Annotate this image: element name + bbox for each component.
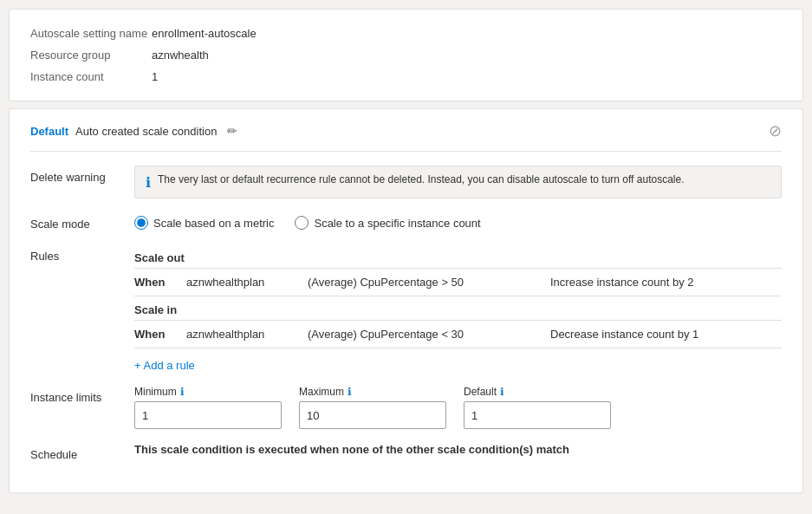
rules-label: Rules [30,244,134,263]
autoscale-name-label: Autoscale setting name [30,27,152,40]
default-info-icon: ℹ [500,386,504,398]
autoscale-info-card: Autoscale setting name enrollment-autosc… [9,9,803,101]
scale-mode-label: Scale mode [30,212,134,231]
scale-condition-title: Auto created scale condition [75,125,217,138]
scale-out-header-cell: Scale out [134,244,782,269]
delete-warning-row: Delete warning ℹ The very last or defaul… [30,166,782,198]
default-input[interactable] [464,401,611,429]
radio-metric-input[interactable] [134,216,148,230]
scale-mode-options: Scale based on a metric Scale to a speci… [134,212,782,230]
radio-specific-label: Scale to a specific instance count [314,217,480,230]
scale-in-header-cell: Scale in [134,296,782,321]
warning-text: The very last or default recurrence rule… [158,173,684,185]
warning-banner-content: ℹ The very last or default recurrence ru… [134,166,782,198]
instance-count-label: Instance count [30,70,152,83]
instance-limits-row: Instance limits Minimum ℹ Maximum ℹ [30,386,782,429]
scale-out-rule-row: When aznwhealthplan (Average) CpuPercent… [134,269,782,296]
maximum-field: Maximum ℹ [299,386,446,429]
radio-metric-label: Scale based on a metric [153,217,274,230]
radio-specific-input[interactable] [295,216,309,230]
scale-in-resource: aznwhealthplan [186,321,308,348]
schedule-content: This scale condition is executed when no… [134,443,782,456]
instance-count-value: 1 [152,70,158,83]
default-field: Default ℹ [464,386,611,429]
scale-mode-row: Scale mode Scale based on a metric Scale… [30,212,782,231]
delete-warning-label: Delete warning [30,166,134,184]
maximum-info-icon: ℹ [348,386,352,398]
rules-content: Scale out When aznwhealthplan (Average) … [134,244,782,372]
instance-count-row: Instance count 1 [30,70,782,83]
schedule-text: This scale condition is executed when no… [134,439,569,456]
warning-banner: ℹ The very last or default recurrence ru… [134,166,782,198]
autoscale-name-value: enrollment-autoscale [152,27,257,40]
autoscale-name-row: Autoscale setting name enrollment-autosc… [30,27,782,40]
instance-limits-label: Instance limits [30,386,134,404]
scale-out-metric: (Average) CpuPercentage > 50 [308,269,550,296]
schedule-row: Schedule This scale condition is execute… [30,443,782,461]
resource-group-row: Resource group aznwhealth [30,49,782,62]
scale-in-action: Decrease instance count by 1 [550,321,782,348]
rules-table: Scale out When aznwhealthplan (Average) … [134,244,782,348]
rules-row: Rules Scale out When aznwhealthplan (Ave… [30,244,782,372]
scale-card-body: Delete warning ℹ The very last or defaul… [10,151,802,492]
maximum-input[interactable] [299,401,446,429]
schedule-label: Schedule [30,443,134,461]
scale-in-when: When [134,321,186,348]
scale-out-resource: aznwhealthplan [186,269,308,296]
scale-in-metric: (Average) CpuPercentage < 30 [308,321,550,348]
scale-in-header-row: Scale in [134,296,782,321]
minimum-label: Minimum ℹ [134,386,282,398]
minimum-info-icon: ℹ [180,386,185,398]
maximum-label: Maximum ℹ [299,386,446,398]
radio-metric-option[interactable]: Scale based on a metric [134,216,274,230]
scale-out-header-row: Scale out [134,244,782,269]
default-badge: Default [30,125,68,138]
resource-group-value: aznwhealth [152,49,209,62]
header-left: Default Auto created scale condition ✏ [30,124,237,138]
minimum-field: Minimum ℹ [134,386,282,429]
default-label: Default ℹ [464,386,611,398]
scale-card-header: Default Auto created scale condition ✏ ⊘ [10,109,802,151]
scale-in-rule-row: When aznwhealthplan (Average) CpuPercent… [134,321,782,348]
scale-condition-card: Default Auto created scale condition ✏ ⊘… [9,108,803,493]
minimum-input[interactable] [134,401,282,429]
edit-icon[interactable]: ✏ [227,124,237,138]
scale-out-when: When [134,269,186,296]
delete-icon[interactable]: ⊘ [769,121,782,140]
info-circle-icon: ℹ [146,174,151,191]
add-rule-link[interactable]: + Add a rule [134,359,195,372]
radio-specific-option[interactable]: Scale to a specific instance count [295,216,480,230]
scale-out-action: Increase instance count by 2 [550,269,782,296]
resource-group-label: Resource group [30,49,152,62]
instance-limits-content: Minimum ℹ Maximum ℹ Default ℹ [134,386,611,429]
